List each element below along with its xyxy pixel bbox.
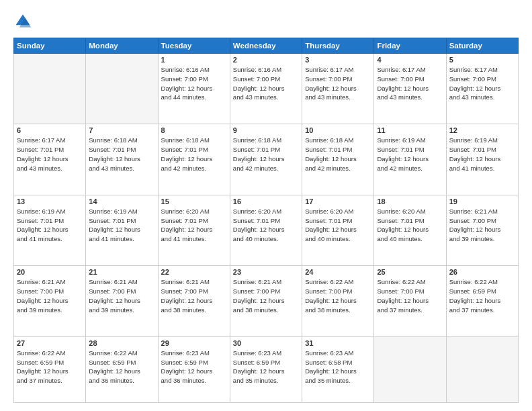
cell-info-line: Daylight: 12 hours — [161, 296, 227, 306]
cell-info-line: Sunset: 7:01 PM — [161, 216, 227, 226]
day-number: 31 — [305, 339, 371, 347]
cell-info-line: and 41 minutes. — [17, 234, 83, 244]
cell-info-line: Sunrise: 6:22 AM — [449, 277, 515, 287]
cell-info-line: Sunset: 7:01 PM — [233, 145, 299, 154]
cell-info-line: Sunset: 7:00 PM — [305, 287, 371, 296]
day-number: 4 — [377, 56, 443, 64]
cell-info-line: Sunrise: 6:22 AM — [89, 349, 154, 358]
calendar-cell: 28Sunrise: 6:22 AMSunset: 6:59 PMDayligh… — [86, 336, 158, 402]
calendar-cell: 24Sunrise: 6:22 AMSunset: 7:00 PMDayligh… — [302, 266, 374, 336]
calendar-cell: 31Sunrise: 6:23 AMSunset: 6:58 PMDayligh… — [302, 336, 374, 402]
cell-info-line: Sunrise: 6:17 AM — [377, 65, 443, 75]
calendar-cell: 9Sunrise: 6:18 AMSunset: 7:01 PMDaylight… — [230, 124, 302, 195]
day-number: 26 — [449, 268, 515, 276]
cell-info-line: and 43 minutes. — [449, 93, 515, 102]
cell-info-line: and 42 minutes. — [233, 164, 299, 173]
cell-info-line: Sunset: 7:01 PM — [377, 216, 443, 226]
calendar-cell: 12Sunrise: 6:19 AMSunset: 7:01 PMDayligh… — [446, 124, 518, 195]
cell-info-line: and 40 minutes. — [233, 234, 299, 244]
cell-info-line: Sunrise: 6:19 AM — [377, 136, 443, 145]
cell-info-line: Sunrise: 6:23 AM — [161, 349, 227, 358]
cell-info-line: and 41 minutes. — [161, 234, 227, 244]
calendar-cell: 23Sunrise: 6:21 AMSunset: 7:00 PMDayligh… — [230, 266, 302, 336]
cell-info-line: and 35 minutes. — [305, 376, 371, 385]
calendar-cell: 21Sunrise: 6:21 AMSunset: 7:00 PMDayligh… — [86, 266, 158, 336]
cell-info-line: Sunset: 6:59 PM — [17, 358, 83, 367]
cell-info-line: Sunset: 7:01 PM — [377, 145, 443, 154]
cell-info-line: and 41 minutes. — [449, 164, 515, 173]
day-number: 5 — [449, 56, 515, 64]
cell-info-line: Sunrise: 6:18 AM — [89, 136, 154, 145]
cell-info-line: Sunrise: 6:23 AM — [233, 349, 299, 358]
cell-info-line: Sunset: 7:01 PM — [17, 216, 83, 226]
cell-info-line: Sunset: 7:00 PM — [161, 287, 227, 296]
cell-info-line: Daylight: 12 hours — [377, 84, 443, 93]
cell-info-line: Sunset: 7:00 PM — [449, 216, 515, 226]
cell-info-line: Daylight: 12 hours — [161, 367, 227, 376]
calendar-cell: 13Sunrise: 6:19 AMSunset: 7:01 PMDayligh… — [14, 195, 86, 265]
day-number: 12 — [449, 126, 515, 134]
cell-info-line: Sunrise: 6:16 AM — [161, 65, 227, 75]
cell-info-line: and 42 minutes. — [161, 164, 227, 173]
cell-info-line: Daylight: 12 hours — [89, 296, 154, 306]
calendar-cell: 27Sunrise: 6:22 AMSunset: 6:59 PMDayligh… — [14, 336, 86, 402]
cell-info-line: Sunrise: 6:21 AM — [89, 277, 154, 287]
cell-info-line: Daylight: 12 hours — [233, 84, 299, 93]
cell-info-line: Daylight: 12 hours — [305, 154, 371, 164]
calendar-cell: 1Sunrise: 6:16 AMSunset: 7:00 PMDaylight… — [158, 54, 230, 124]
cell-info-line: Sunrise: 6:18 AM — [305, 136, 371, 145]
calendar-cell: 3Sunrise: 6:17 AMSunset: 7:00 PMDaylight… — [302, 54, 374, 124]
calendar-cell: 15Sunrise: 6:20 AMSunset: 7:01 PMDayligh… — [158, 195, 230, 265]
cell-info-line: and 43 minutes. — [305, 93, 371, 102]
cell-info-line: Sunrise: 6:19 AM — [17, 207, 83, 216]
header — [13, 12, 519, 31]
cell-info-line: Daylight: 12 hours — [233, 367, 299, 376]
cell-info-line: Sunset: 7:00 PM — [89, 287, 154, 296]
day-number: 2 — [233, 56, 299, 64]
cell-info-line: Daylight: 12 hours — [17, 367, 83, 376]
cell-info-line: Daylight: 12 hours — [17, 296, 83, 306]
cell-info-line: and 39 minutes. — [17, 306, 83, 315]
calendar-header-friday: Friday — [374, 38, 446, 54]
calendar-cell: 25Sunrise: 6:22 AMSunset: 7:00 PMDayligh… — [374, 266, 446, 336]
cell-info-line: Sunrise: 6:21 AM — [233, 277, 299, 287]
cell-info-line: Sunrise: 6:16 AM — [233, 65, 299, 75]
cell-info-line: Sunset: 6:59 PM — [161, 358, 227, 367]
cell-info-line: Daylight: 12 hours — [449, 225, 515, 234]
cell-info-line: and 41 minutes. — [89, 234, 154, 244]
day-number: 27 — [17, 339, 83, 347]
cell-info-line: and 36 minutes. — [89, 376, 154, 385]
calendar-cell: 8Sunrise: 6:18 AMSunset: 7:01 PMDaylight… — [158, 124, 230, 195]
calendar-cell: 4Sunrise: 6:17 AMSunset: 7:00 PMDaylight… — [374, 54, 446, 124]
cell-info-line: Daylight: 12 hours — [305, 84, 371, 93]
cell-info-line: Daylight: 12 hours — [449, 84, 515, 93]
cell-info-line: and 38 minutes. — [161, 306, 227, 315]
cell-info-line: Daylight: 12 hours — [161, 154, 227, 164]
logo-icon — [13, 12, 32, 31]
cell-info-line: and 43 minutes. — [89, 164, 154, 173]
cell-info-line: Sunset: 7:00 PM — [161, 75, 227, 84]
cell-info-line: Sunset: 7:01 PM — [305, 145, 371, 154]
cell-info-line: Daylight: 12 hours — [17, 225, 83, 234]
calendar-week-row: 20Sunrise: 6:21 AMSunset: 7:00 PMDayligh… — [14, 266, 519, 336]
day-number: 20 — [17, 268, 83, 276]
calendar-cell — [446, 336, 518, 402]
cell-info-line: Sunrise: 6:18 AM — [161, 136, 227, 145]
day-number: 10 — [305, 126, 371, 134]
calendar-header-saturday: Saturday — [446, 38, 518, 54]
calendar-cell: 2Sunrise: 6:16 AMSunset: 7:00 PMDaylight… — [230, 54, 302, 124]
cell-info-line: Sunset: 7:00 PM — [233, 287, 299, 296]
calendar-week-row: 6Sunrise: 6:17 AMSunset: 7:01 PMDaylight… — [14, 124, 519, 195]
day-number: 9 — [233, 126, 299, 134]
cell-info-line: and 42 minutes. — [305, 164, 371, 173]
cell-info-line: Sunrise: 6:21 AM — [17, 277, 83, 287]
cell-info-line: Daylight: 12 hours — [89, 367, 154, 376]
calendar-cell: 11Sunrise: 6:19 AMSunset: 7:01 PMDayligh… — [374, 124, 446, 195]
cell-info-line: and 43 minutes. — [17, 164, 83, 173]
cell-info-line: and 39 minutes. — [89, 306, 154, 315]
cell-info-line: Sunset: 6:59 PM — [449, 287, 515, 296]
calendar-week-row: 1Sunrise: 6:16 AMSunset: 7:00 PMDaylight… — [14, 54, 519, 124]
calendar-header-wednesday: Wednesday — [230, 38, 302, 54]
day-number: 17 — [305, 197, 371, 205]
calendar-header-tuesday: Tuesday — [158, 38, 230, 54]
